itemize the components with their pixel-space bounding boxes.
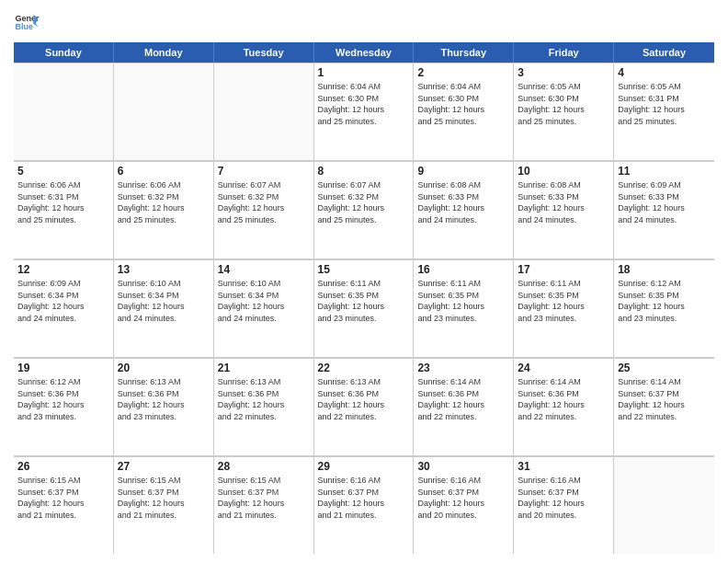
day-info: Sunrise: 6:07 AM Sunset: 6:32 PM Dayligh… <box>318 179 410 225</box>
day-cell-27: 27Sunrise: 6:15 AM Sunset: 6:37 PM Dayli… <box>114 456 214 554</box>
week-row-2: 5Sunrise: 6:06 AM Sunset: 6:31 PM Daylig… <box>14 161 714 259</box>
week-row-4: 19Sunrise: 6:12 AM Sunset: 6:36 PM Dayli… <box>14 358 714 456</box>
day-number: 18 <box>618 263 711 276</box>
day-number: 4 <box>618 66 711 79</box>
day-cell-24: 24Sunrise: 6:14 AM Sunset: 6:36 PM Dayli… <box>514 358 614 455</box>
day-cell-21: 21Sunrise: 6:13 AM Sunset: 6:36 PM Dayli… <box>214 358 314 455</box>
day-info: Sunrise: 6:13 AM Sunset: 6:36 PM Dayligh… <box>118 376 210 422</box>
weekday-header-sunday: Sunday <box>14 42 114 63</box>
logo-icon: General Blue <box>14 9 40 35</box>
day-number: 27 <box>118 460 210 473</box>
empty-cell <box>14 63 114 160</box>
day-info: Sunrise: 6:13 AM Sunset: 6:36 PM Dayligh… <box>318 376 410 422</box>
day-number: 26 <box>17 460 109 473</box>
day-info: Sunrise: 6:08 AM Sunset: 6:33 PM Dayligh… <box>417 179 509 225</box>
day-cell-8: 8Sunrise: 6:07 AM Sunset: 6:32 PM Daylig… <box>314 161 415 259</box>
day-info: Sunrise: 6:05 AM Sunset: 6:30 PM Dayligh… <box>518 81 609 127</box>
empty-cell <box>114 63 214 160</box>
day-cell-31: 31Sunrise: 6:16 AM Sunset: 6:37 PM Dayli… <box>514 456 614 554</box>
weekday-header-friday: Friday <box>514 42 614 63</box>
day-info: Sunrise: 6:15 AM Sunset: 6:37 PM Dayligh… <box>218 475 310 521</box>
day-number: 14 <box>218 263 310 276</box>
day-info: Sunrise: 6:16 AM Sunset: 6:37 PM Dayligh… <box>417 475 509 521</box>
day-number: 31 <box>518 460 609 473</box>
day-info: Sunrise: 6:06 AM Sunset: 6:31 PM Dayligh… <box>17 179 109 225</box>
day-cell-10: 10Sunrise: 6:08 AM Sunset: 6:33 PM Dayli… <box>514 161 614 259</box>
empty-cell <box>214 63 314 160</box>
day-cell-12: 12Sunrise: 6:09 AM Sunset: 6:34 PM Dayli… <box>14 259 114 357</box>
weekday-header-saturday: Saturday <box>614 42 714 63</box>
day-cell-1: 1Sunrise: 6:04 AM Sunset: 6:30 PM Daylig… <box>314 63 415 160</box>
day-cell-23: 23Sunrise: 6:14 AM Sunset: 6:36 PM Dayli… <box>414 358 514 455</box>
day-cell-6: 6Sunrise: 6:06 AM Sunset: 6:32 PM Daylig… <box>114 161 214 259</box>
day-cell-19: 19Sunrise: 6:12 AM Sunset: 6:36 PM Dayli… <box>14 358 114 455</box>
day-info: Sunrise: 6:14 AM Sunset: 6:36 PM Dayligh… <box>417 376 509 422</box>
page-header: General Blue <box>14 9 714 35</box>
day-info: Sunrise: 6:14 AM Sunset: 6:36 PM Dayligh… <box>518 376 609 422</box>
day-number: 13 <box>118 263 210 276</box>
day-cell-11: 11Sunrise: 6:09 AM Sunset: 6:33 PM Dayli… <box>614 161 714 259</box>
day-info: Sunrise: 6:11 AM Sunset: 6:35 PM Dayligh… <box>417 278 509 324</box>
day-cell-25: 25Sunrise: 6:14 AM Sunset: 6:37 PM Dayli… <box>614 358 714 455</box>
day-info: Sunrise: 6:08 AM Sunset: 6:33 PM Dayligh… <box>518 179 609 225</box>
day-info: Sunrise: 6:11 AM Sunset: 6:35 PM Dayligh… <box>318 278 410 324</box>
day-number: 20 <box>118 362 210 374</box>
day-cell-16: 16Sunrise: 6:11 AM Sunset: 6:35 PM Dayli… <box>414 259 514 357</box>
logo: General Blue <box>14 9 40 35</box>
day-number: 30 <box>417 460 509 473</box>
empty-cell <box>614 456 714 554</box>
day-number: 21 <box>218 362 310 374</box>
day-cell-17: 17Sunrise: 6:11 AM Sunset: 6:35 PM Dayli… <box>514 259 614 357</box>
day-cell-2: 2Sunrise: 6:04 AM Sunset: 6:30 PM Daylig… <box>414 63 514 160</box>
day-info: Sunrise: 6:16 AM Sunset: 6:37 PM Dayligh… <box>318 475 410 521</box>
day-info: Sunrise: 6:04 AM Sunset: 6:30 PM Dayligh… <box>318 81 410 127</box>
day-cell-29: 29Sunrise: 6:16 AM Sunset: 6:37 PM Dayli… <box>314 456 415 554</box>
day-info: Sunrise: 6:10 AM Sunset: 6:34 PM Dayligh… <box>218 278 310 324</box>
day-info: Sunrise: 6:12 AM Sunset: 6:35 PM Dayligh… <box>618 278 711 324</box>
day-cell-15: 15Sunrise: 6:11 AM Sunset: 6:35 PM Dayli… <box>314 259 415 357</box>
week-row-3: 12Sunrise: 6:09 AM Sunset: 6:34 PM Dayli… <box>14 259 714 358</box>
day-number: 17 <box>518 263 609 276</box>
day-info: Sunrise: 6:07 AM Sunset: 6:32 PM Dayligh… <box>218 179 310 225</box>
day-number: 8 <box>318 165 410 178</box>
day-cell-30: 30Sunrise: 6:16 AM Sunset: 6:37 PM Dayli… <box>414 456 514 554</box>
day-info: Sunrise: 6:10 AM Sunset: 6:34 PM Dayligh… <box>118 278 210 324</box>
day-number: 1 <box>318 66 410 79</box>
day-info: Sunrise: 6:15 AM Sunset: 6:37 PM Dayligh… <box>118 475 210 521</box>
day-info: Sunrise: 6:12 AM Sunset: 6:36 PM Dayligh… <box>17 376 109 422</box>
day-cell-4: 4Sunrise: 6:05 AM Sunset: 6:31 PM Daylig… <box>614 63 714 160</box>
day-info: Sunrise: 6:09 AM Sunset: 6:34 PM Dayligh… <box>17 278 109 324</box>
weekday-header-wednesday: Wednesday <box>314 42 415 63</box>
svg-text:Blue: Blue <box>15 22 33 31</box>
day-info: Sunrise: 6:05 AM Sunset: 6:31 PM Dayligh… <box>618 81 711 127</box>
day-info: Sunrise: 6:14 AM Sunset: 6:37 PM Dayligh… <box>618 376 711 422</box>
calendar-header: SundayMondayTuesdayWednesdayThursdayFrid… <box>14 42 714 63</box>
day-number: 25 <box>618 362 711 374</box>
day-number: 7 <box>218 165 310 178</box>
day-number: 5 <box>17 165 109 178</box>
day-number: 10 <box>518 165 609 178</box>
day-number: 3 <box>518 66 609 79</box>
calendar-body: 1Sunrise: 6:04 AM Sunset: 6:30 PM Daylig… <box>14 63 714 554</box>
day-cell-5: 5Sunrise: 6:06 AM Sunset: 6:31 PM Daylig… <box>14 161 114 259</box>
day-info: Sunrise: 6:11 AM Sunset: 6:35 PM Dayligh… <box>518 278 609 324</box>
calendar: SundayMondayTuesdayWednesdayThursdayFrid… <box>14 42 714 554</box>
day-number: 15 <box>318 263 410 276</box>
day-info: Sunrise: 6:09 AM Sunset: 6:33 PM Dayligh… <box>618 179 711 225</box>
day-number: 22 <box>318 362 410 374</box>
day-number: 11 <box>618 165 711 178</box>
week-row-1: 1Sunrise: 6:04 AM Sunset: 6:30 PM Daylig… <box>14 63 714 161</box>
weekday-header-thursday: Thursday <box>414 42 514 63</box>
day-cell-14: 14Sunrise: 6:10 AM Sunset: 6:34 PM Dayli… <box>214 259 314 357</box>
day-info: Sunrise: 6:16 AM Sunset: 6:37 PM Dayligh… <box>518 475 609 521</box>
day-cell-26: 26Sunrise: 6:15 AM Sunset: 6:37 PM Dayli… <box>14 456 114 554</box>
week-row-5: 26Sunrise: 6:15 AM Sunset: 6:37 PM Dayli… <box>14 456 714 554</box>
day-cell-9: 9Sunrise: 6:08 AM Sunset: 6:33 PM Daylig… <box>414 161 514 259</box>
day-cell-13: 13Sunrise: 6:10 AM Sunset: 6:34 PM Dayli… <box>114 259 214 357</box>
day-number: 19 <box>17 362 109 374</box>
day-info: Sunrise: 6:04 AM Sunset: 6:30 PM Dayligh… <box>417 81 509 127</box>
day-info: Sunrise: 6:13 AM Sunset: 6:36 PM Dayligh… <box>218 376 310 422</box>
day-info: Sunrise: 6:06 AM Sunset: 6:32 PM Dayligh… <box>118 179 210 225</box>
day-cell-22: 22Sunrise: 6:13 AM Sunset: 6:36 PM Dayli… <box>314 358 415 455</box>
day-cell-20: 20Sunrise: 6:13 AM Sunset: 6:36 PM Dayli… <box>114 358 214 455</box>
